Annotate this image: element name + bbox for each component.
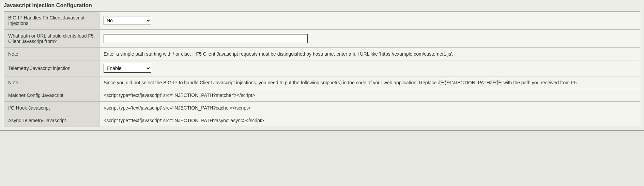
row-path-url: What path or URL should clients load F5 … xyxy=(4,30,640,48)
label-telemetry: Telemetry Javascript injection xyxy=(4,60,99,76)
value-iohook: <script type='text/javascript' src='INJE… xyxy=(99,102,640,114)
cell-bigip-handles: No xyxy=(99,12,640,30)
label-async: Async Telemetry Javascript xyxy=(4,114,99,127)
value-note2: Since you did not select the BIG-IP to h… xyxy=(99,76,640,89)
row-note2: Note Since you did not select the BIG-IP… xyxy=(4,76,640,89)
config-table: BIG-IP Handles F5 Client Javascript Inje… xyxy=(4,11,640,127)
row-note1: Note Enter a simple path starting with /… xyxy=(4,48,640,60)
label-iohook: I/O Hook Javascript xyxy=(4,102,99,114)
cell-telemetry: Enable xyxy=(99,60,640,76)
label-matcher: Matcher Config Javascript xyxy=(4,89,99,102)
label-note1: Note xyxy=(4,48,99,60)
value-note1: Enter a simple path starting with / or e… xyxy=(99,48,640,60)
select-bigip-handles[interactable]: No xyxy=(104,16,151,25)
row-matcher: Matcher Config Javascript <script type='… xyxy=(4,89,640,102)
value-matcher: <script type='text/javascript' src='INJE… xyxy=(99,89,640,102)
label-note2: Note xyxy=(4,76,99,89)
select-telemetry[interactable]: Enable xyxy=(104,64,151,73)
row-telemetry: Telemetry Javascript injection Enable xyxy=(4,60,640,76)
label-bigip-handles: BIG-IP Handles F5 Client Javascript Inje… xyxy=(4,12,99,30)
value-async: <script type='text/javascript' src='INJE… xyxy=(99,114,640,127)
cell-path-url xyxy=(99,30,640,48)
label-path-url: What path or URL should clients load F5 … xyxy=(4,30,99,48)
row-bigip-handles: BIG-IP Handles F5 Client Javascript Inje… xyxy=(4,12,640,30)
section-title: Javascript Injection Configuration xyxy=(0,0,644,11)
row-iohook: I/O Hook Javascript <script type='text/j… xyxy=(4,102,640,114)
config-section: Javascript Injection Configuration BIG-I… xyxy=(0,0,644,131)
row-async: Async Telemetry Javascript <script type=… xyxy=(4,114,640,127)
input-path-url[interactable] xyxy=(104,34,308,43)
